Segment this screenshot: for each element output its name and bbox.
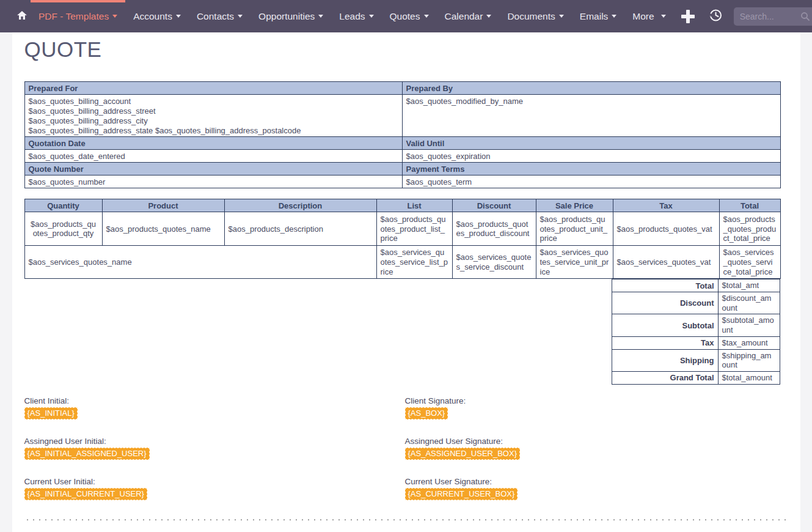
nav-item-quotes[interactable]: Quotes	[382, 0, 437, 32]
nav-item-calendar[interactable]: Calendar	[437, 0, 500, 32]
total-value: $total_amt	[718, 279, 780, 292]
nav-item-label: More	[632, 11, 654, 22]
cell-service-vat: $aos_services_quotes_vat	[613, 246, 719, 279]
subtotal-value: $subtotal_amount	[718, 314, 780, 336]
totals-table: Total $total_amt Discount $discount_amou…	[612, 279, 780, 385]
col-header-total: Total	[719, 199, 780, 212]
nav-item-accounts[interactable]: Accounts	[125, 0, 189, 32]
cell-product-description: $aos_products_description	[224, 212, 376, 246]
cell-product-qty: $aos_products_quotes_product_qty	[24, 212, 102, 246]
header-quote-number: Quote Number	[24, 163, 402, 175]
grand-total-value: $total_amount	[718, 371, 780, 384]
as-initial-assigned-user-tag: {AS_INITIAL_ASSIGNED_USER}	[24, 448, 150, 460]
as-initial-tag: {AS_INITIAL}	[24, 407, 78, 419]
grand-total-row: Grand Total $total_amount	[612, 371, 780, 384]
chevron-down-icon	[369, 15, 374, 18]
chevron-down-icon	[424, 15, 429, 18]
header-quotation-date: Quotation Date	[24, 137, 402, 150]
subtotal-row: Subtotal $subtotal_amount	[612, 314, 780, 336]
chevron-down-icon	[238, 15, 243, 18]
nav-item-more[interactable]: More	[624, 0, 673, 32]
col-header-discount: Discount	[452, 199, 536, 212]
quick-create-button[interactable]	[674, 10, 702, 23]
shipping-label: Shipping	[612, 349, 718, 371]
history-clock-icon	[708, 8, 723, 25]
chevron-down-icon	[176, 15, 181, 18]
client-signature-group: Client Signature: {AS_BOX}	[405, 396, 780, 419]
pdf-template-editor: QUOTE Prepared For Prepared By $aos_quot…	[12, 32, 800, 532]
recently-viewed-button[interactable]	[708, 8, 723, 25]
shipping-value: $shipping_amount	[718, 349, 780, 371]
totals-section: Total $total_amt Discount $discount_amou…	[24, 279, 780, 385]
signatures-left-column: Client Initial: {AS_INITIAL} Assingned U…	[24, 396, 405, 517]
as-assigned-user-box-tag: {AS_ASSIGNED_USER_BOX}	[405, 448, 520, 460]
global-search	[734, 7, 812, 26]
nav-item-opportunities[interactable]: Opportunities	[251, 0, 331, 32]
current-user-signature-label: Current User Signature:	[405, 477, 780, 486]
col-header-product: Product	[102, 199, 224, 212]
cell-quote-number: $aos_quotes_number	[24, 175, 402, 188]
client-signature-label: Client Signature:	[405, 396, 780, 405]
billing-state-postal-var: $aos_quotes_billing_address_state $aos_q…	[29, 126, 398, 136]
nav-item-emails[interactable]: Emails	[572, 0, 625, 32]
nav-item-label: Contacts	[197, 11, 234, 22]
nav-item-label: Quotes	[390, 11, 420, 22]
client-initial-group: Client Initial: {AS_INITIAL}	[24, 396, 405, 419]
col-header-description: Description	[224, 199, 376, 212]
tax-row: Tax $tax_amount	[612, 336, 780, 349]
nav-item-label: Accounts	[133, 11, 172, 22]
signatures-section: Client Initial: {AS_INITIAL} Assingned U…	[24, 396, 780, 517]
cell-quotation-date: $aos_quotes_date_entered	[24, 150, 402, 163]
nav-item-pdf-templates[interactable]: PDF - Templates	[31, 0, 125, 32]
nav-item-contacts[interactable]: Contacts	[189, 0, 251, 32]
home-button[interactable]	[13, 0, 31, 32]
grand-total-label: Grand Total	[612, 371, 718, 384]
nav-item-label: Leads	[339, 11, 365, 22]
nav-item-label: Calendar	[445, 11, 483, 22]
nav-item-label: Emails	[580, 11, 609, 22]
header-payment-terms: Payment Terms	[402, 163, 780, 175]
plus-icon	[681, 10, 695, 23]
header-valid-until: Valid Until	[402, 137, 780, 150]
col-header-sale-price: Sale Price	[536, 199, 613, 212]
nav-item-documents[interactable]: Documents	[499, 0, 571, 32]
chevron-down-icon	[318, 15, 323, 18]
total-row: Total $total_amt	[612, 279, 780, 292]
cell-product-name: $aos_products_quotes_name	[102, 212, 224, 246]
cell-product-discount: $aos_products_quotes_product_discount	[452, 212, 536, 246]
discount-label: Discount	[612, 292, 718, 314]
search-icon[interactable]	[800, 12, 810, 24]
assigned-user-signature-label: Assingned User Signature:	[405, 437, 780, 446]
chevron-down-icon	[559, 15, 564, 18]
chevron-down-icon	[612, 15, 616, 18]
cell-service-discount: $aos_services_quotes_service_discount	[452, 246, 536, 279]
cell-payment-terms: $aos_quotes_term	[402, 175, 780, 188]
col-header-list: List	[376, 199, 452, 212]
header-prepared-for: Prepared For	[24, 82, 402, 95]
discount-value: $discount_amount	[718, 292, 780, 314]
nav-item-leads[interactable]: Leads	[331, 0, 381, 32]
nav-item-label: Documents	[507, 11, 555, 22]
cell-product-list-price: $aos_products_quotes_product_list_price	[376, 212, 452, 246]
cell-valid-until: $aos_quotes_expiration	[402, 150, 780, 163]
footer-top-divider	[24, 519, 788, 520]
home-icon	[16, 9, 28, 24]
header-prepared-by: Prepared By	[402, 82, 780, 95]
assigned-user-signature-group: Assingned User Signature: {AS_ASSIGNED_U…	[405, 437, 780, 460]
current-user-initial-group: Current User Initial: {AS_INITIAL_CURREN…	[24, 477, 405, 500]
product-row: $aos_products_quotes_product_qty $aos_pr…	[24, 212, 780, 246]
nav-item-label: PDF - Templates	[38, 11, 109, 22]
subtotal-label: Subtotal	[612, 314, 718, 336]
cell-product-vat: $aos_products_quotes_vat	[613, 212, 719, 246]
cell-service-total-price: $aos_services_quotes_service_total_price	[719, 246, 780, 279]
signatures-right-column: Client Signature: {AS_BOX} Assingned Use…	[405, 396, 780, 517]
total-label: Total	[612, 279, 718, 292]
chevron-down-icon	[661, 15, 666, 18]
as-box-tag: {AS_BOX}	[405, 407, 448, 419]
assigned-user-initial-group: Assingned User Initial: {AS_INITIAL_ASSI…	[24, 437, 405, 460]
quote-info-table: Prepared For Prepared By $aos_quotes_bil…	[24, 81, 781, 188]
assigned-user-initial-label: Assingned User Initial:	[24, 437, 405, 446]
billing-account-var: $aos_quotes_billing_account	[29, 97, 398, 106]
top-navbar: PDF - Templates Accounts Contacts Opport…	[0, 0, 812, 32]
navbar-actions	[674, 5, 812, 28]
